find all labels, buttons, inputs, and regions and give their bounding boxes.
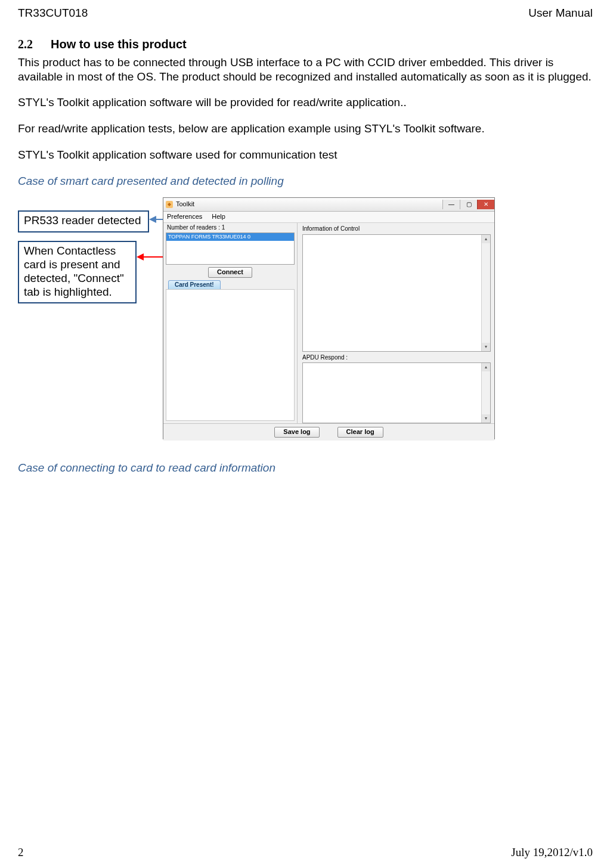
paragraph-1: This product has to be connected through… (18, 55, 593, 84)
window-maximize-button[interactable]: ▢ (460, 200, 477, 209)
info-of-control-textarea[interactable]: ▴ ▾ (302, 234, 491, 352)
callout-reader-detected: PR533 reader detected (18, 210, 149, 232)
reader-list-item[interactable]: TOPPAN FORMS TR33MUE014 0 (166, 233, 294, 241)
apdu-scrollbar[interactable]: ▴ ▾ (481, 363, 490, 423)
case-1-caption: Case of smart card presented and detecte… (18, 174, 593, 188)
info-scrollbar[interactable]: ▴ ▾ (481, 235, 490, 351)
paragraph-3: For read/write application tests, below … (18, 122, 593, 136)
scroll-down-icon[interactable]: ▾ (482, 414, 490, 423)
connect-button[interactable]: Connect (208, 267, 252, 278)
doc-id: TR33CUT018 (18, 6, 88, 20)
scroll-up-icon[interactable]: ▴ (482, 235, 490, 243)
readers-list[interactable]: TOPPAN FORMS TR33MUE014 0 (166, 232, 295, 265)
footer-version: July 19,2012/v1.0 (511, 845, 593, 860)
apdu-respond-textarea[interactable]: ▴ ▾ (302, 362, 491, 423)
section-number: 2.2 (18, 37, 33, 52)
scroll-up-icon[interactable]: ▴ (482, 363, 490, 371)
callout-connect-highlighted: When Contactless card is present and det… (18, 241, 137, 303)
window-titlebar: Toolkit — ▢ ✕ (163, 198, 494, 212)
page-number: 2 (18, 845, 24, 860)
window-minimize-button[interactable]: — (442, 200, 460, 209)
menu-preferences[interactable]: Preferences (167, 213, 202, 221)
figure-1: PR533 reader detected When Contactless c… (18, 197, 591, 439)
app-icon (166, 201, 173, 208)
clear-log-button[interactable]: Clear log (337, 427, 383, 438)
window-title: Toolkit (176, 200, 194, 209)
section-heading: 2.2 How to use this product (18, 37, 593, 52)
save-log-button[interactable]: Save log (274, 427, 319, 438)
card-present-panel (166, 289, 295, 421)
section-title: How to use this product (51, 37, 187, 52)
info-of-control-label: Information of Control (302, 224, 491, 233)
menu-help[interactable]: Help (212, 213, 225, 221)
case-2-caption: Case of connecting to card to read card … (18, 461, 593, 475)
doc-title: User Manual (528, 6, 593, 20)
tab-card-present[interactable]: Card Present! (168, 280, 221, 290)
menu-bar: Preferences Help (163, 212, 494, 223)
window-close-button[interactable]: ✕ (477, 200, 494, 209)
readers-count-label: Number of readers : 1 (163, 223, 297, 232)
paragraph-4: STYL's Toolkit application software used… (18, 148, 593, 162)
apdu-respond-label: APDU Respond : (302, 353, 491, 362)
toolkit-screenshot: Toolkit — ▢ ✕ Preferences Help Number of… (163, 197, 495, 439)
paragraph-2: STYL's Toolkit application software will… (18, 95, 593, 110)
scroll-down-icon[interactable]: ▾ (482, 343, 490, 351)
